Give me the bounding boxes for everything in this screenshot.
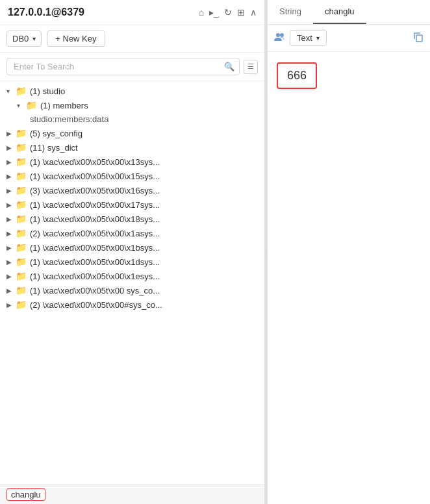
tree-item-studio[interactable]: ▾ 📁 (1) studio	[0, 84, 264, 98]
arrow-icon: ▶	[6, 173, 16, 180]
tree-item-sys-dict[interactable]: ▶ 📁 (11) sys_dict	[0, 140, 264, 155]
svg-point-0	[276, 33, 280, 37]
tree-area: ▾ 📁 (1) studio ▾ 📁 (1) members studio:me…	[0, 81, 264, 485]
tree-item-key3[interactable]: ▶ 📁 (3) \xac\xed\x00\x05t\x00\x16sys...	[0, 183, 264, 197]
tree-item-label: (1) studio	[30, 86, 65, 96]
db-select[interactable]: DB0 ▾	[6, 31, 42, 47]
svg-rect-2	[416, 35, 422, 42]
header-icons: ⌂ ▸_ ↻ ⊞ ∧	[199, 7, 257, 18]
tree-item-label: (1) \xac\xed\x00\x05t\x00\x1bsys...	[30, 243, 160, 253]
tab-changlu[interactable]: changlu	[313, 0, 366, 24]
svg-point-1	[280, 33, 284, 37]
folder-icon: 📁	[16, 185, 27, 195]
refresh-icon[interactable]: ↻	[224, 7, 232, 18]
arrow-icon: ▶	[6, 273, 16, 280]
filter-icon[interactable]: ☰	[244, 60, 258, 74]
tree-item-label: (1) \xac\xed\x00\x05t\x00 sys_co...	[30, 286, 160, 296]
arrow-icon: ▶	[6, 301, 16, 309]
left-panel: 127.0.0.1@6379 ⌂ ▸_ ↻ ⊞ ∧ DB0 ▾ + New Ke…	[0, 0, 265, 504]
search-input[interactable]	[6, 58, 240, 75]
folder-icon: 📁	[16, 171, 27, 181]
folder-icon: 📁	[16, 142, 27, 153]
chevron-up-icon[interactable]: ∧	[250, 7, 257, 18]
type-select[interactable]: Text ▾	[290, 30, 327, 46]
arrow-icon: ▶	[6, 216, 16, 223]
value-area: 666	[268, 52, 430, 504]
arrow-icon: ▶	[6, 201, 16, 208]
tree-item-key6[interactable]: ▶ 📁 (2) \xac\xed\x00\x05t\x00\x1asys...	[0, 226, 264, 240]
db-label: DB0	[12, 34, 29, 44]
connection-header: 127.0.0.1@6379 ⌂ ▸_ ↻ ⊞ ∧	[0, 0, 264, 25]
chevron-down-icon: ▾	[32, 35, 36, 42]
folder-icon: 📁	[16, 257, 27, 267]
tree-item-members[interactable]: ▾ 📁 (1) members	[0, 98, 264, 112]
tree-item-sys-config[interactable]: ▶ 📁 (5) sys_config	[0, 126, 264, 140]
tree-item-label: (1) \xac\xed\x00\x05t\x00\x1esys...	[30, 271, 160, 281]
tree-item-key5[interactable]: ▶ 📁 (1) \xac\xed\x00\x05t\x00\x18sys...	[0, 212, 264, 226]
arrow-icon: ▶	[6, 244, 16, 251]
search-icon: 🔍	[224, 62, 234, 71]
arrow-icon: ▶	[6, 287, 16, 294]
arrow-icon: ▶	[6, 230, 16, 237]
tree-item-label: studio:members:data	[30, 114, 108, 124]
grid-icon[interactable]: ⊞	[237, 7, 245, 18]
tab-string[interactable]: String	[268, 0, 313, 24]
selected-key-label: changlu	[6, 488, 45, 501]
tree-item-key10[interactable]: ▶ 📁 (1) \xac\xed\x00\x05t\x00 sys_co...	[0, 283, 264, 297]
tree-item-key7[interactable]: ▶ 📁 (1) \xac\xed\x00\x05t\x00\x1bsys...	[0, 240, 264, 255]
folder-icon: 📁	[26, 100, 37, 110]
arrow-icon: ▶	[6, 258, 16, 266]
right-panel: String changlu Text ▾ 666	[268, 0, 430, 504]
right-toolbar: Text ▾	[268, 25, 430, 52]
tree-item-label: (1) \xac\xed\x00\x05t\x00\x17sys...	[30, 200, 160, 210]
tree-item-label: (2) \xac\xed\x00\x05t\x00#sys_co...	[30, 300, 162, 310]
bottom-bar: changlu	[0, 485, 264, 504]
folder-icon: 📁	[16, 228, 27, 238]
type-label: Text	[297, 33, 312, 43]
tree-item-label: (1) \xac\xed\x00\x05t\x00\x18sys...	[30, 214, 160, 224]
tree-item-label: (11) sys_dict	[30, 143, 78, 153]
folder-icon: 📁	[16, 199, 27, 210]
tree-item-label: (1) \xac\xed\x00\x05t\x00\x1dsys...	[30, 257, 160, 267]
arrow-icon: ▶	[6, 187, 16, 194]
tree-item-label: (1) \xac\xed\x00\x05t\x00\x15sys...	[30, 171, 160, 181]
home-icon[interactable]: ⌂	[199, 7, 204, 18]
tree-item-key9[interactable]: ▶ 📁 (1) \xac\xed\x00\x05t\x00\x1esys...	[0, 269, 264, 283]
right-tabs: String changlu	[268, 0, 430, 25]
folder-icon: 📁	[16, 214, 27, 224]
terminal-icon[interactable]: ▸_	[209, 7, 219, 18]
tree-item-key4[interactable]: ▶ 📁 (1) \xac\xed\x00\x05t\x00\x17sys...	[0, 197, 264, 212]
tree-item-label: (3) \xac\xed\x00\x05t\x00\x16sys...	[30, 186, 160, 195]
tree-item-label: (1) \xac\xed\x00\x05t\x00\x13sys...	[30, 157, 160, 167]
folder-icon: 📁	[16, 242, 27, 253]
folder-icon: 📁	[16, 157, 27, 167]
toolbar: DB0 ▾ + New Key	[0, 25, 264, 53]
chevron-down-icon: ▾	[316, 34, 320, 42]
arrow-icon: ▾	[6, 88, 16, 95]
tree-item-key2[interactable]: ▶ 📁 (1) \xac\xed\x00\x05t\x00\x15sys...	[0, 169, 264, 183]
folder-icon: 📁	[16, 299, 27, 310]
folder-icon: 📁	[16, 271, 27, 281]
arrow-icon: ▶	[6, 158, 16, 166]
new-key-button[interactable]: + New Key	[47, 31, 105, 47]
copy-icon[interactable]	[413, 32, 424, 45]
folder-icon: 📁	[16, 285, 27, 296]
connection-title: 127.0.0.1@6379	[8, 6, 84, 18]
arrow-icon: ▶	[6, 130, 16, 137]
tree-item-label: (2) \xac\xed\x00\x05t\x00\x1asys...	[30, 229, 160, 238]
folder-icon: 📁	[16, 86, 27, 96]
tree-item-label: (5) sys_config	[30, 129, 82, 138]
type-users-icon	[274, 32, 286, 44]
tree-item-label: (1) members	[40, 101, 88, 110]
folder-icon: 📁	[16, 128, 27, 138]
tree-item-key11[interactable]: ▶ 📁 (2) \xac\xed\x00\x05t\x00#sys_co...	[0, 297, 264, 312]
search-wrap: 🔍	[6, 58, 240, 75]
value-display: 666	[277, 62, 317, 89]
tree-item-key1[interactable]: ▶ 📁 (1) \xac\xed\x00\x05t\x00\x13sys...	[0, 155, 264, 169]
tree-item-key8[interactable]: ▶ 📁 (1) \xac\xed\x00\x05t\x00\x1dsys...	[0, 255, 264, 269]
search-bar: 🔍 ☰	[0, 53, 264, 81]
arrow-icon: ▾	[17, 102, 26, 109]
arrow-icon: ▶	[6, 144, 16, 151]
tree-item-studio-members-data[interactable]: studio:members:data	[0, 112, 264, 126]
